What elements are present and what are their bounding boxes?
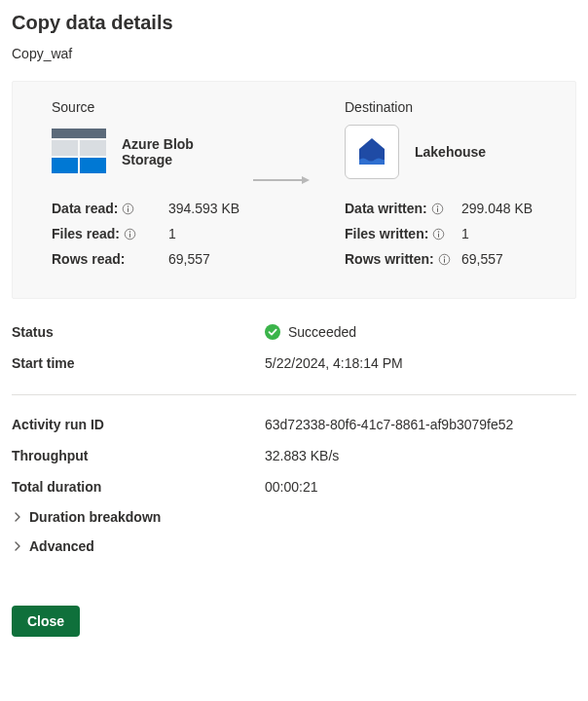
- throughput-label: Throughput: [12, 448, 265, 463]
- source-heading: Source: [52, 99, 243, 115]
- files-written-row: Files written: 1: [345, 226, 536, 241]
- summary-panel: Source Azure Blob Storage Data read:: [12, 81, 576, 299]
- source-column: Source Azure Blob Storage Data read:: [52, 99, 243, 277]
- advanced-label: Advanced: [29, 538, 94, 554]
- lakehouse-icon: [345, 125, 399, 179]
- destination-heading: Destination: [345, 99, 536, 115]
- duration-breakdown-label: Duration breakdown: [29, 509, 161, 525]
- svg-rect-18: [438, 233, 439, 237]
- rows-read-row: Rows read: 69,557: [52, 251, 243, 267]
- destination-column: Destination Lakehouse Data written:: [345, 99, 536, 277]
- activity-run-id-label: Activity run ID: [12, 417, 265, 432]
- activity-run-id-value: 63d72338-80f6-41c7-8861-af9b3079fe52: [265, 417, 513, 432]
- rows-read-label: Rows read:: [52, 251, 125, 267]
- total-duration-label: Total duration: [12, 479, 265, 495]
- rows-read-value: 69,557: [168, 251, 210, 267]
- info-icon[interactable]: [124, 228, 136, 240]
- total-duration-row: Total duration 00:00:21: [12, 471, 576, 502]
- info-icon[interactable]: [431, 203, 444, 215]
- svg-rect-15: [437, 207, 438, 211]
- start-time-label: Start time: [12, 355, 265, 371]
- data-read-row: Data read: 394.593 KB: [52, 201, 243, 216]
- total-duration-value: 00:00:21: [265, 479, 318, 495]
- files-written-label: Files written:: [345, 226, 428, 241]
- svg-point-17: [438, 231, 439, 232]
- data-read-label: Data read:: [52, 201, 118, 216]
- info-icon[interactable]: [438, 253, 451, 266]
- source-service-name: Azure Blob Storage: [122, 136, 243, 167]
- svg-rect-3: [52, 158, 78, 173]
- info-icon[interactable]: [432, 228, 445, 240]
- close-button[interactable]: Close: [12, 606, 80, 637]
- chevron-right-icon: [12, 540, 23, 552]
- svg-point-20: [444, 256, 445, 257]
- destination-service: Lakehouse: [345, 125, 536, 179]
- activity-run-id-row: Activity run ID 63d72338-80f6-41c7-8861-…: [12, 409, 576, 440]
- files-written-value: 1: [461, 226, 469, 241]
- svg-rect-0: [52, 129, 106, 138]
- files-read-value: 1: [168, 226, 176, 241]
- activity-name: Copy_waf: [12, 46, 576, 61]
- duration-breakdown-toggle[interactable]: Duration breakdown: [12, 502, 576, 532]
- svg-rect-2: [80, 140, 106, 156]
- rows-written-row: Rows written: 69,557: [345, 251, 536, 267]
- svg-marker-12: [302, 176, 310, 184]
- files-read-label: Files read:: [52, 226, 120, 241]
- arrow-icon: [253, 172, 310, 182]
- details-section-1: Status Succeeded Start time 5/22/2024, 4…: [12, 299, 576, 385]
- rows-written-label: Rows written:: [345, 251, 434, 267]
- chevron-right-icon: [12, 511, 23, 523]
- divider: [12, 394, 576, 395]
- svg-point-6: [128, 205, 129, 206]
- data-written-row: Data written: 299.048 KB: [345, 201, 536, 216]
- details-section-2: Activity run ID 63d72338-80f6-41c7-8861-…: [12, 409, 576, 567]
- azure-blob-storage-icon: [52, 125, 106, 179]
- svg-rect-1: [52, 140, 78, 156]
- data-read-value: 394.593 KB: [168, 201, 239, 216]
- advanced-toggle[interactable]: Advanced: [12, 532, 576, 561]
- success-icon: [265, 324, 280, 340]
- status-row: Status Succeeded: [12, 316, 576, 348]
- status-label: Status: [12, 324, 265, 340]
- data-written-label: Data written:: [345, 201, 427, 216]
- destination-service-name: Lakehouse: [415, 144, 486, 160]
- svg-point-9: [129, 231, 130, 232]
- start-time-value: 5/22/2024, 4:18:14 PM: [265, 355, 403, 371]
- page-title: Copy data details: [12, 12, 576, 34]
- status-value: Succeeded: [288, 324, 356, 340]
- svg-rect-21: [444, 258, 445, 262]
- svg-point-14: [437, 205, 438, 206]
- info-icon[interactable]: [122, 203, 134, 215]
- source-service: Azure Blob Storage: [52, 125, 243, 179]
- svg-rect-7: [128, 207, 129, 211]
- throughput-row: Throughput 32.883 KB/s: [12, 440, 576, 471]
- start-time-row: Start time 5/22/2024, 4:18:14 PM: [12, 348, 576, 379]
- rows-written-value: 69,557: [461, 251, 503, 267]
- svg-point-22: [265, 324, 280, 340]
- files-read-row: Files read: 1: [52, 226, 243, 241]
- throughput-value: 32.883 KB/s: [265, 448, 339, 463]
- svg-rect-10: [129, 233, 130, 237]
- data-written-value: 299.048 KB: [461, 201, 533, 216]
- svg-rect-4: [80, 158, 106, 173]
